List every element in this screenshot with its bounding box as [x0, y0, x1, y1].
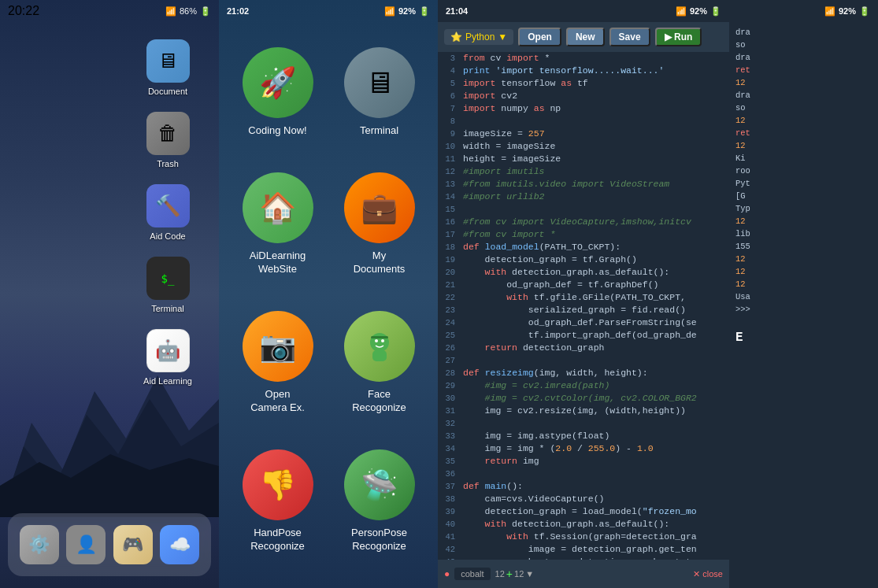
aidcode-icon-img[interactable]: 🔨 [146, 184, 190, 227]
p4-line-5: 12 [735, 76, 872, 89]
code-line-4: 4 print 'import tensorflow.....wait...' [438, 65, 729, 77]
p4-line-17: lib [735, 227, 872, 240]
save-button[interactable]: Save [609, 28, 650, 46]
svg-point-6 [381, 339, 384, 342]
code-line-36: 36 [438, 468, 729, 480]
panel3-battery: 92% [690, 6, 707, 16]
error-indicator: ● [444, 568, 450, 579]
p4-line-14: [G [735, 190, 872, 202]
code-line-12: 12 #import imutils [438, 165, 729, 178]
p4-line-23: >>> [735, 303, 872, 316]
app-item-terminal[interactable]: 🖥 Terminal [336, 47, 422, 157]
desktop-icon-aidlearning[interactable]: 🤖 Aid Learning [140, 329, 195, 386]
app-circle-coding[interactable]: 🚀 [243, 47, 313, 118]
panel3-code-editor: 21:04 📶 92% 🔋 ⭐ Python ▼ Open New Save ▶… [438, 0, 729, 588]
panel2-app-menu: 21:02 📶 92% 🔋 🚀 Coding Now! 🖥 Terminal 🏠… [219, 0, 438, 588]
p4-line-8: 12 [735, 114, 872, 127]
document-icon-img[interactable]: 🖥 [146, 39, 190, 83]
code-line-24: 24 od_graph_def.ParseFromString(se [438, 316, 729, 329]
theme-label: cobalt [461, 569, 483, 579]
panel4-battery-icon: 🔋 [859, 6, 870, 17]
p4-line-21: 12 [735, 278, 872, 290]
code-line-17: 17 #from cv import * [438, 228, 729, 241]
code-line-31: 31 img = cv2.resize(img, (width,height)) [438, 405, 729, 417]
panel2-battery: 92% [398, 6, 416, 16]
app-item-website[interactable]: 🏠 AiDLearningWebSite [235, 172, 320, 295]
code-line-35: 35 return img [438, 455, 729, 468]
desktop-icon-trash[interactable]: 🗑 Trash [140, 112, 195, 168]
app-item-personpose[interactable]: 🛸 PersonPoseRecogonize [336, 449, 422, 572]
app-item-documents[interactable]: 💼 MyDocuments [336, 172, 422, 295]
dock-cloud[interactable]: ☁️ [160, 525, 199, 564]
dock: ⚙️ 👤 🎮 ☁️ [8, 513, 211, 576]
app-label-handpose: HandPoseRecogonize [250, 527, 305, 553]
app-label-coding: Coding Now! [248, 124, 306, 138]
svg-rect-4 [372, 350, 387, 361]
desktop-icon-aidcode[interactable]: 🔨 Aid Code [140, 184, 195, 241]
app-circle-face-recog[interactable] [344, 311, 415, 382]
code-line-32: 32 [438, 417, 729, 430]
theme-selector[interactable]: cobalt [454, 568, 490, 580]
dock-face[interactable]: 👤 [66, 525, 106, 564]
p4-line-11: Ki [735, 152, 872, 165]
dock-game[interactable]: 🎮 [113, 525, 153, 564]
run-button[interactable]: ▶ Run [655, 28, 702, 46]
code-line-16: 16 #from cv import VideoCapture,imshow,i… [438, 216, 729, 228]
panel1-home-screen: 20:22 📶 86% 🔋 🖥 Document 🗑 Trash 🔨 Aid C… [0, 0, 219, 588]
code-line-18: 18 def load_model(PATH_TO_CKPT): [438, 241, 729, 253]
open-button[interactable]: Open [518, 28, 561, 46]
desktop-icon-document[interactable]: 🖥 Document [140, 39, 195, 96]
code-line-41: 41 with tf.Session(graph=detection_gra [438, 531, 729, 543]
panel2-status-bar: 21:02 📶 92% 🔋 [219, 0, 438, 22]
code-line-7: 7 import numpy as np [438, 102, 729, 115]
panel3-status-bar: 21:04 📶 92% 🔋 [438, 0, 729, 22]
code-line-9: 9 imageSize = 257 [438, 128, 729, 140]
p4-line-20: 12 [735, 265, 872, 278]
font-size-value: 12 [514, 569, 524, 579]
svg-point-3 [370, 333, 389, 352]
code-line-40: 40 with detection_graph.as_default(): [438, 518, 729, 531]
p4-line-last: E [735, 331, 872, 344]
panel3-status-time: 21:04 [446, 6, 468, 16]
code-editor-footer: ● cobalt 12 + 12 ▼ ✕ close [438, 560, 729, 588]
aidcode-icon-label: Aid Code [150, 231, 185, 241]
close-button[interactable]: ✕ close [693, 569, 723, 579]
trash-icon-label: Trash [157, 159, 179, 168]
panel4-code-content: dra so dra ret 12 dra so 12 ret 12 Ki ro… [729, 22, 878, 348]
new-button[interactable]: New [566, 28, 605, 46]
terminal-icon-img[interactable]: $_ [146, 257, 190, 300]
battery-icon: 🔋 [200, 6, 211, 17]
panel2-status-time: 21:02 [227, 6, 249, 16]
code-line-27: 27 [438, 354, 729, 367]
status-right: 📶 86% 🔋 [165, 6, 211, 17]
app-circle-documents[interactable]: 💼 [344, 172, 415, 243]
app-item-camera[interactable]: 📷 OpenCamera Ex. [235, 311, 320, 434]
app-item-face-recog[interactable]: FaceRecogonize [336, 311, 422, 434]
panel1-status-bar: 20:22 📶 86% 🔋 [0, 0, 219, 22]
app-circle-handpose[interactable]: 👎 [243, 449, 313, 520]
app-circle-personpose[interactable]: 🛸 [344, 449, 415, 520]
font-decrease-button[interactable]: ▼ [525, 569, 534, 579]
code-line-33: 33 img = img.astype(float) [438, 430, 729, 442]
panel4-partial: 📶 92% 🔋 dra so dra ret 12 dra so 12 ret … [729, 0, 878, 588]
dock-settings[interactable]: ⚙️ [20, 525, 59, 564]
app-circle-terminal[interactable]: 🖥 [344, 47, 415, 118]
code-editor-area[interactable]: 3 from cv import * 4 print 'import tenso… [438, 52, 729, 560]
app-circle-camera[interactable]: 📷 [243, 311, 313, 382]
font-increase-button[interactable]: + [506, 568, 513, 580]
language-selector[interactable]: ⭐ Python ▼ [444, 29, 513, 45]
document-icon-label: Document [148, 87, 187, 96]
aidlearning-icon-img[interactable]: 🤖 [146, 329, 190, 372]
app-item-coding[interactable]: 🚀 Coding Now! [235, 47, 320, 157]
code-editor-toolbar: ⭐ Python ▼ Open New Save ▶ Run [438, 22, 729, 52]
code-line-39: 39 detection_graph = load_model("frozen_… [438, 505, 729, 518]
app-label-camera: OpenCamera Ex. [250, 388, 305, 415]
app-item-handpose[interactable]: 👎 HandPoseRecogonize [235, 449, 320, 572]
p4-line-1: dra [735, 26, 872, 39]
lang-dropdown-icon[interactable]: ▼ [498, 31, 507, 43]
font-size-control: 12 + 12 ▼ [495, 568, 535, 580]
p4-line-6: dra [735, 89, 872, 102]
trash-icon-img[interactable]: 🗑 [146, 112, 190, 155]
app-circle-website[interactable]: 🏠 [243, 172, 313, 243]
desktop-icon-terminal[interactable]: $_ Terminal [140, 257, 195, 313]
